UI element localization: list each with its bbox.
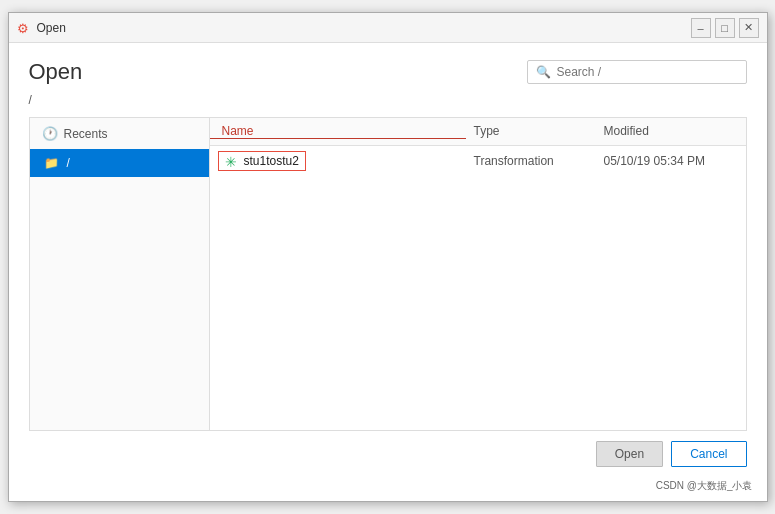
file-modified-cell: 05/10/19 05:34 PM [596, 154, 746, 168]
dialog-content: Open 🔍 / 🕐 Recents 📁 / [9, 43, 767, 483]
sidebar-item-root[interactable]: 📁 / [30, 149, 209, 177]
file-name-label: stu1tostu2 [244, 154, 299, 168]
cancel-button[interactable]: Cancel [671, 441, 746, 467]
file-cell-name: stu1tostu2 [210, 151, 466, 171]
window-title: Open [37, 21, 66, 35]
search-input[interactable] [557, 65, 738, 79]
app-icon: ⚙ [17, 21, 31, 35]
maximize-button[interactable]: □ [715, 18, 735, 38]
minimize-button[interactable]: – [691, 18, 711, 38]
table-row[interactable]: stu1tostu2 Transformation 05/10/19 05:34… [210, 146, 746, 176]
open-button[interactable]: Open [596, 441, 663, 467]
file-type-cell: Transformation [466, 154, 596, 168]
dialog-footer: Open Cancel [29, 431, 747, 471]
title-bar-left: ⚙ Open [17, 21, 66, 35]
sidebar-recents-label: Recents [64, 127, 108, 141]
search-box[interactable]: 🔍 [527, 60, 747, 84]
title-bar: ⚙ Open – □ ✕ [9, 13, 767, 43]
dialog-header: Open 🔍 [29, 59, 747, 85]
file-name-bordered: stu1tostu2 [218, 151, 306, 171]
sidebar-recents-header[interactable]: 🕐 Recents [30, 118, 209, 149]
breadcrumb: / [29, 93, 747, 107]
title-bar-controls: – □ ✕ [691, 18, 759, 38]
search-icon: 🔍 [536, 65, 551, 79]
column-modified: Modified [596, 124, 746, 139]
sidebar-item-root-label: / [67, 156, 70, 170]
transform-icon [225, 154, 239, 168]
column-name: Name [210, 124, 466, 139]
dialog-title: Open [29, 59, 83, 85]
open-dialog-window: ⚙ Open – □ ✕ Open 🔍 / 🕐 Recents [8, 12, 768, 502]
folder-icon: 📁 [44, 156, 59, 170]
sidebar: 🕐 Recents 📁 / [30, 118, 210, 430]
file-list-body: stu1tostu2 Transformation 05/10/19 05:34… [210, 146, 746, 430]
file-list-area: Name Type Modified stu1tostu2 Transforma [210, 118, 746, 430]
main-area: 🕐 Recents 📁 / Name Type Modified [29, 117, 747, 431]
file-list-header: Name Type Modified [210, 118, 746, 146]
clock-icon: 🕐 [42, 126, 58, 141]
close-button[interactable]: ✕ [739, 18, 759, 38]
column-type: Type [466, 124, 596, 139]
watermark: CSDN @大数据_小袁 [3, 479, 761, 497]
